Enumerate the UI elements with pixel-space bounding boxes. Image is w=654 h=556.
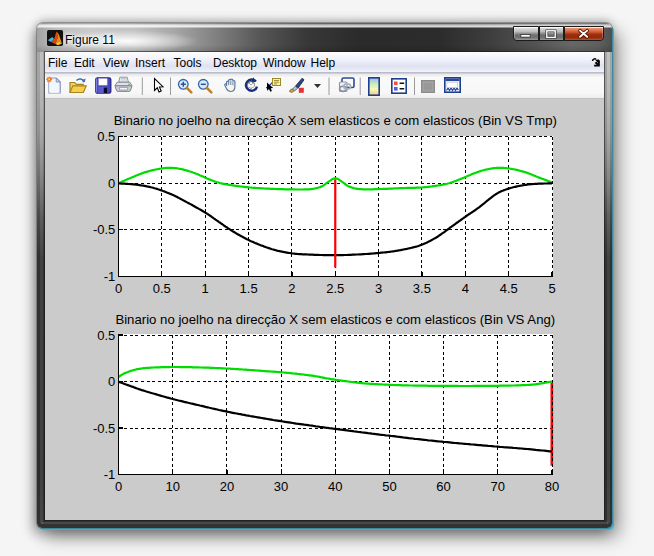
svg-text:5: 5 <box>548 281 555 296</box>
svg-text:0.5: 0.5 <box>97 129 115 144</box>
svg-text:3.5: 3.5 <box>413 281 431 296</box>
svg-text:-1: -1 <box>104 467 116 482</box>
svg-text:50: 50 <box>382 479 396 494</box>
svg-text:4: 4 <box>462 281 469 296</box>
svg-text:0.5: 0.5 <box>153 281 171 296</box>
svg-text:80: 80 <box>545 479 559 494</box>
svg-text:1: 1 <box>202 281 209 296</box>
svg-text:40: 40 <box>328 479 342 494</box>
svg-text:2.5: 2.5 <box>326 281 344 296</box>
svg-text:30: 30 <box>274 479 288 494</box>
svg-text:Binario no joelho na direcção: Binario no joelho na direcção X sem elas… <box>114 113 557 128</box>
svg-text:3: 3 <box>375 281 382 296</box>
svg-text:60: 60 <box>436 479 450 494</box>
svg-text:1.5: 1.5 <box>240 281 258 296</box>
svg-text:0: 0 <box>108 176 115 191</box>
svg-text:70: 70 <box>491 479 505 494</box>
svg-text:4.5: 4.5 <box>500 281 518 296</box>
svg-text:0: 0 <box>108 374 115 389</box>
svg-text:-1: -1 <box>104 269 116 284</box>
svg-text:0: 0 <box>115 479 122 494</box>
svg-text:2: 2 <box>288 281 295 296</box>
svg-text:10: 10 <box>165 479 179 494</box>
svg-text:-0.5: -0.5 <box>93 421 115 436</box>
svg-text:0: 0 <box>115 281 122 296</box>
svg-text:20: 20 <box>220 479 234 494</box>
svg-text:0.5: 0.5 <box>97 328 115 343</box>
svg-text:Binario no joelho na direcção: Binario no joelho na direcção X sem elas… <box>115 312 555 327</box>
svg-text:-0.5: -0.5 <box>93 222 115 237</box>
